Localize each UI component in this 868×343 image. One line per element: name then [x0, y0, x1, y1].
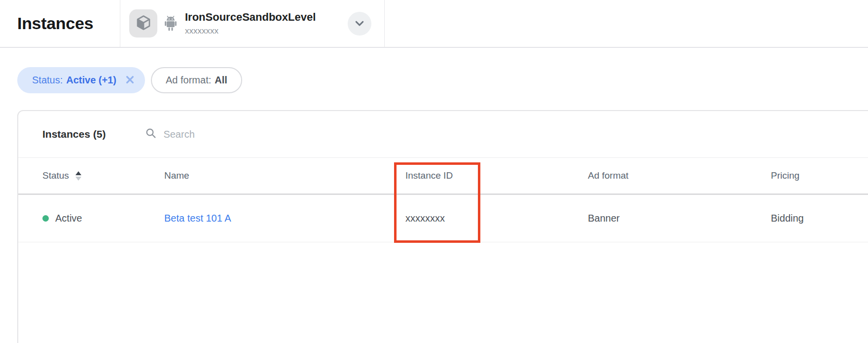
sort-asc-arrow — [75, 171, 81, 175]
sort-desc-arrow — [75, 177, 81, 181]
column-header-name[interactable]: Name — [164, 170, 405, 181]
sort-icon[interactable] — [75, 171, 81, 181]
page: Instances — [0, 0, 868, 343]
chevron-down-icon — [355, 20, 364, 28]
page-title: Instances — [17, 14, 93, 33]
instances-card: Instances (5) Status Name — [17, 110, 868, 343]
filter-chip-ad-format[interactable]: Ad format: All — [151, 67, 242, 93]
app-name: IronSourceSandboxLevel — [185, 11, 316, 23]
search-input[interactable] — [163, 129, 370, 140]
column-header-status[interactable]: Status — [42, 170, 164, 181]
status-label: Active — [55, 213, 82, 224]
table-header-row: Status Name Instance ID Ad format Pricin… — [18, 158, 868, 195]
status-active-dot — [42, 215, 49, 222]
column-header-instance-id[interactable]: Instance ID — [405, 170, 588, 181]
filter-bar: Status: Active (+1) Ad format: All — [17, 67, 242, 93]
table-row: Active Beta test 101 A xxxxxxxx Banner B… — [18, 195, 868, 242]
top-header: Instances — [0, 0, 868, 48]
close-icon — [126, 76, 134, 85]
app-selector[interactable]: IronSourceSandboxLevel xxxxxxxx — [120, 0, 385, 47]
app-key-masked: xxxxxxxx — [185, 26, 316, 36]
android-icon — [164, 16, 178, 32]
column-header-status-label: Status — [42, 170, 69, 181]
search-icon — [145, 127, 157, 141]
filter-status-value: Active (+1) — [66, 75, 116, 86]
instance-name-link[interactable]: Beta test 101 A — [164, 213, 231, 224]
search-box[interactable] — [145, 127, 370, 141]
app-selector-text: IronSourceSandboxLevel xxxxxxxx — [185, 11, 316, 36]
app-icon-tile — [129, 9, 157, 38]
filter-adformat-value: All — [215, 75, 227, 86]
name-cell: Beta test 101 A — [164, 213, 405, 224]
remove-status-filter-button[interactable] — [126, 76, 134, 85]
pricing-cell: Bidding — [771, 213, 868, 224]
instance-id-cell: xxxxxxxx — [405, 213, 588, 224]
filter-status-label: Status: — [32, 75, 63, 86]
filter-chip-status[interactable]: Status: Active (+1) — [17, 67, 145, 93]
status-cell: Active — [42, 213, 164, 224]
ad-format-cell: Banner — [588, 213, 771, 224]
app-selector-expand-button[interactable] — [348, 12, 371, 36]
filter-adformat-label: Ad format: — [166, 75, 211, 86]
card-title: Instances (5) — [42, 128, 106, 140]
column-header-ad-format[interactable]: Ad format — [588, 170, 771, 181]
card-header: Instances (5) — [18, 111, 868, 158]
column-header-pricing[interactable]: Pricing — [771, 170, 868, 181]
cube-icon — [135, 14, 152, 34]
